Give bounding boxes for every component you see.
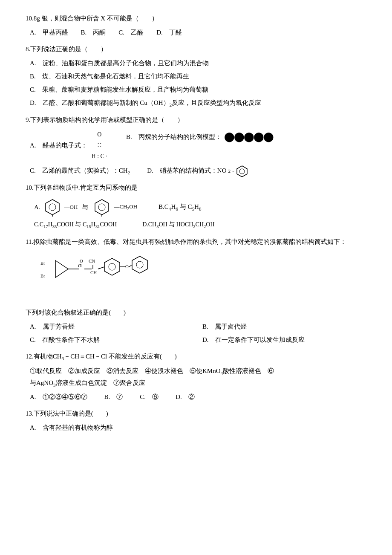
insecticide-structure: Br Br C O CN CH O <box>38 252 366 303</box>
q9-optD: D. 硝基苯的结构简式：NO2- <box>147 165 248 177</box>
svg-text:CH: CH <box>90 270 97 275</box>
svg-text:C: C <box>78 263 81 268</box>
question-8: 8.下列说法正确的是（ ） A. 淀粉、油脂和蛋白质都是高分子化合物，且它们均为… <box>26 43 366 109</box>
q13-optA: A. 含有羟基的有机物称为醇 <box>26 422 366 434</box>
q11-text: 11.拟除虫菊酯是一类高效、低毒、对昆虫具有强烈触杀作用的杀虫剂，其中对光稳定的… <box>26 236 366 248</box>
q11-below-text: 下列对该化合物叙述正确的是( ) <box>26 307 366 318</box>
svg-marker-5 <box>95 199 109 215</box>
q7-optC: C. 乙醛 <box>118 27 144 38</box>
question-12: 12.有机物CH3－CH＝CH－Cl 不能发生的反应有( ) ①取代反应 ②加成… <box>26 351 366 403</box>
question-11: 11.拟除虫菊酯是一类高效、低毒、对昆虫具有强烈触杀作用的杀虫剂，其中对光稳定的… <box>26 236 366 346</box>
svg-marker-19 <box>104 258 120 275</box>
q10-optA: A. —OH 与 —CH2OH <box>34 198 137 217</box>
q7-optB: B. 丙酮 <box>81 27 106 38</box>
svg-text:O: O <box>80 258 83 263</box>
benzene-ring-icon <box>236 165 248 177</box>
q12-reactions: ①取代反应 ②加成反应 ③消去反应 ④使溴水褪色 ⑤使KMnO4酸性溶液褪色 ⑥… <box>26 365 366 390</box>
svg-text:Br: Br <box>40 260 45 266</box>
q12-optC: C. ⑥ <box>140 391 159 403</box>
q12-options: A. ①②③④⑤⑥⑦ B. ⑦ C. ⑥ D. ② <box>26 391 366 403</box>
q7-optD: D. 丁醛 <box>156 27 182 38</box>
svg-point-1 <box>239 169 245 174</box>
svg-point-20 <box>109 263 115 270</box>
q7-optA: A. 甲基丙醛 <box>30 27 68 38</box>
svg-marker-0 <box>237 166 247 177</box>
svg-marker-10 <box>55 260 68 278</box>
q11-optB: B. 属于卤代烃 <box>202 321 366 332</box>
svg-point-3 <box>49 204 56 211</box>
svg-point-25 <box>136 261 143 268</box>
q11-optC: C. 在酸性条件下不水解 <box>30 334 194 346</box>
q11-optD: D. 在一定条件下可以发生加成反应 <box>202 334 366 346</box>
q7-text: 10.8g 银，则混合物中所含 X 不可能是（ ） <box>26 13 366 24</box>
q8-optC: C. 果糖、蔗糖和麦芽糖都能发生水解反应，且产物均为葡萄糖 <box>26 84 366 95</box>
svg-line-26 <box>129 265 132 267</box>
q9-text: 9.下列表示物质结构的化学用语或模型正确的是（ ） <box>26 114 366 126</box>
q9-optB: B. 丙烷的分子结构的比例模型： ⬤⬤⬤⬤⬤ <box>126 128 273 145</box>
q12-optD: D. ② <box>176 391 195 403</box>
benzyl-alcohol-structure <box>92 198 111 217</box>
q12-optA: A. ①②③④⑤⑥⑦ <box>30 391 87 403</box>
question-7: 10.8g 银，则混合物中所含 X 不可能是（ ） A. 甲基丙醛 B. 丙酮 … <box>26 13 366 38</box>
q10-optC: C.C17H35COOH 与 C15H31COOH <box>34 219 117 231</box>
svg-point-6 <box>98 204 105 211</box>
insecticide-svg: Br Br C O CN CH O <box>38 252 175 299</box>
svg-text:Br: Br <box>40 273 45 278</box>
q8-optA: A. 淀粉、油脂和蛋白质都是高分子化合物，且它们均为混合物 <box>26 58 366 69</box>
phenol-structure <box>43 198 62 217</box>
question-9: 9.下列表示物质结构的化学用语或模型正确的是（ ） A. 醛基的电子式： O ∷… <box>26 114 366 177</box>
q10-optD: D.CH3OH 与 HOCH2CH2OH <box>142 219 214 231</box>
svg-marker-24 <box>132 256 147 273</box>
q9-optA: A. 醛基的电子式： O ∷ H : C · <box>30 128 109 162</box>
q10-text: 10.下列各组物质中.肯定互为同系物的是 <box>26 182 366 194</box>
q8-optD: D. 乙醛、乙酸和葡萄糖都能与新制的 Cu（OH）2反应，且反应类型均为氧化反应 <box>26 97 366 109</box>
svg-text:CN: CN <box>89 258 95 263</box>
q10-optB: B.C4H6 与 C5H8 <box>159 201 201 213</box>
q11-optA: A. 属于芳香烃 <box>30 321 194 332</box>
svg-line-21 <box>98 267 104 269</box>
q8-text: 8.下列说法正确的是（ ） <box>26 43 366 55</box>
q13-text: 13.下列说法中正确的是( ) <box>26 408 366 419</box>
q11-options: A. 属于芳香烃 B. 属于卤代烃 C. 在酸性条件下不水解 D. 在一定条件下… <box>26 321 366 346</box>
svg-text:O: O <box>125 264 129 269</box>
q12-optB: B. ⑦ <box>104 391 123 403</box>
q9-optC: C. 乙烯的最简式（实验式）：CH2 <box>30 165 130 177</box>
q12-text: 12.有机物CH3－CH＝CH－Cl 不能发生的反应有( ) <box>26 351 366 363</box>
question-13: 13.下列说法中正确的是( ) A. 含有羟基的有机物称为醇 <box>26 408 366 434</box>
q8-optB: B. 煤、石油和天然气都是化石燃料，且它们均不能再生 <box>26 71 366 82</box>
svg-marker-2 <box>46 199 59 215</box>
question-10: 10.下列各组物质中.肯定互为同系物的是 A. —OH 与 —CH2OH B.C <box>26 182 366 231</box>
q7-options: A. 甲基丙醛 B. 丙酮 C. 乙醛 D. 丁醛 <box>26 27 366 38</box>
